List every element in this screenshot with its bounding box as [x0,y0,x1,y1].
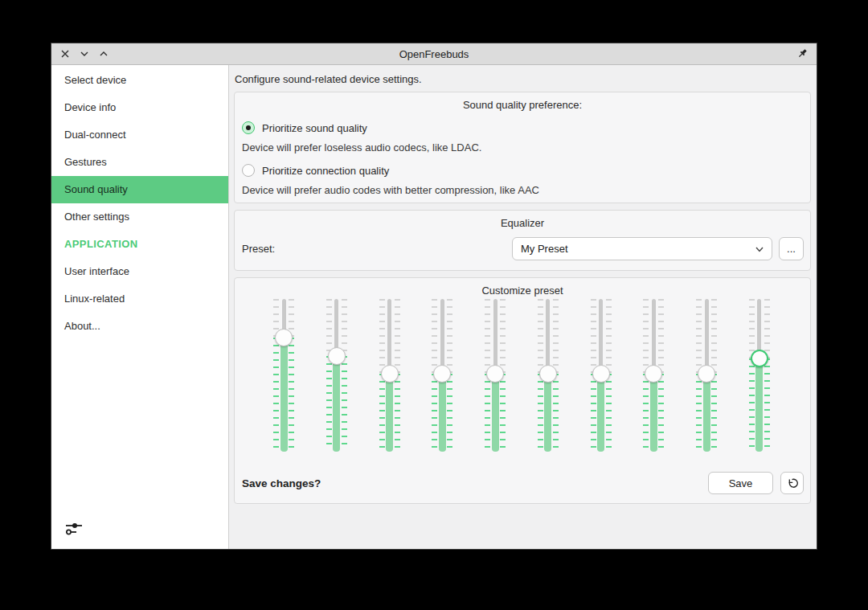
group-title: Customize preset [235,278,810,297]
slider-ticks [432,299,437,374]
titlebar: OpenFreebuds [51,43,817,65]
slider-ticks [553,299,559,374]
slider-ticks [447,374,452,448]
slider-handle[interactable] [698,365,715,383]
page-description: Configure sound-related device settings. [235,73,810,85]
chevron-up-icon[interactable] [97,47,110,60]
slider-ticks [764,299,770,358]
slider-fill [650,374,657,452]
customize-preset-group: Customize preset Save changes? Save [234,277,811,504]
slider-ticks [658,299,664,374]
slider-fill [386,374,393,452]
eq-slider-band-5[interactable] [485,298,506,452]
eq-slider-band-8[interactable] [643,298,664,452]
eq-slider-band-4[interactable] [432,298,452,452]
slider-ticks [711,374,717,448]
radio-unselected-icon[interactable] [242,164,255,177]
sidebar-item-device-info[interactable]: Device info [51,94,228,121]
sidebar-item-dual-connect[interactable]: Dual-connect [51,121,228,149]
slider-handle[interactable] [539,365,557,383]
radio-prioritize-sound-quality[interactable]: Prioritize sound quality [242,121,810,135]
slider-ticks [395,299,400,374]
radio-selected-icon[interactable] [242,121,255,134]
slider-ticks [696,299,702,374]
slider-ticks [432,374,437,448]
slider-ticks [658,374,664,448]
slider-ticks [326,356,332,448]
eq-slider-band-10[interactable] [749,298,770,452]
slider-handle[interactable] [381,365,399,383]
slider-handle[interactable] [328,347,346,365]
sound-quality-preference-group: Sound quality preference: Prioritize sou… [234,92,811,203]
slider-handle[interactable] [486,365,504,383]
slider-ticks [326,299,332,356]
slider-ticks [696,374,702,448]
group-title: Sound quality preference: [235,92,810,111]
eq-slider-band-9[interactable] [696,298,717,452]
group-title: Equalizer [235,211,810,229]
slider-ticks [643,299,649,374]
main-content: Configure sound-related device settings.… [229,65,817,549]
slider-ticks [606,299,612,374]
window-title: OpenFreebuds [51,48,817,60]
radio-prioritize-connection-quality[interactable]: Prioritize connection quality [242,163,810,178]
slider-ticks [749,299,755,358]
eq-slider-band-6[interactable] [538,298,559,452]
slider-fill [492,374,499,452]
eq-slider-band-7[interactable] [591,298,612,452]
slider-fill [544,374,551,452]
slider-fill [703,374,710,452]
preset-dropdown-value: My Preset [521,243,568,255]
preset-more-button[interactable]: ... [779,237,804,260]
slider-fill [597,374,604,452]
sidebar-item-linux-related[interactable]: Linux-related [51,285,228,313]
sidebar-item-select-device[interactable]: Select device [51,67,228,94]
sidebar-item-gestures[interactable]: Gestures [51,149,228,176]
slider-ticks [395,374,400,448]
slider-ticks [538,374,543,448]
radio-description: Device will prefer loseless audio codecs… [242,141,810,154]
slider-ticks [591,299,596,374]
slider-ticks [485,374,490,448]
preset-dropdown[interactable]: My Preset [512,237,772,260]
sidebar-item-other-settings[interactable]: Other settings [51,203,228,231]
equalizer-sliders [235,298,810,452]
pin-icon[interactable] [796,47,809,60]
eq-slider-band-1[interactable] [273,298,294,452]
slider-ticks [379,374,385,448]
close-icon[interactable] [59,47,72,60]
slider-fill [755,358,763,452]
undo-button[interactable] [780,472,804,494]
slider-ticks [289,338,294,448]
slider-ticks [342,299,347,356]
radio-description: Device will prefer audio codes with bett… [242,184,810,196]
preset-label: Preset: [242,243,275,255]
eq-slider-band-2[interactable] [326,298,347,452]
slider-ticks [342,356,347,448]
sidebar-item-user-interface[interactable]: User interface [51,258,228,285]
slider-ticks [447,299,452,374]
sidebar-section-application: APPLICATION [51,231,228,258]
slider-fill [439,374,446,452]
slider-ticks [711,299,717,374]
save-button[interactable]: Save [708,472,773,494]
sidebar-item-sound-quality[interactable]: Sound quality [51,176,228,203]
chevron-down-icon [754,244,765,255]
slider-handle[interactable] [592,365,610,383]
chevron-down-icon[interactable] [78,47,91,60]
slider-ticks [764,358,770,448]
app-window: OpenFreebuds Select device Device info D… [51,43,817,549]
slider-ticks [553,374,559,448]
slider-ticks [485,299,490,374]
sidebar: Select device Device info Dual-connect G… [51,65,229,549]
slider-ticks [379,299,385,374]
undo-icon [786,477,798,489]
eq-slider-band-3[interactable] [379,298,400,452]
slider-ticks [591,374,596,448]
slider-ticks [643,374,649,448]
sidebar-item-about[interactable]: About... [51,313,228,340]
slider-ticks [606,374,612,448]
slider-fill [333,356,340,452]
slider-ticks [538,299,543,374]
slider-fill [280,338,288,452]
